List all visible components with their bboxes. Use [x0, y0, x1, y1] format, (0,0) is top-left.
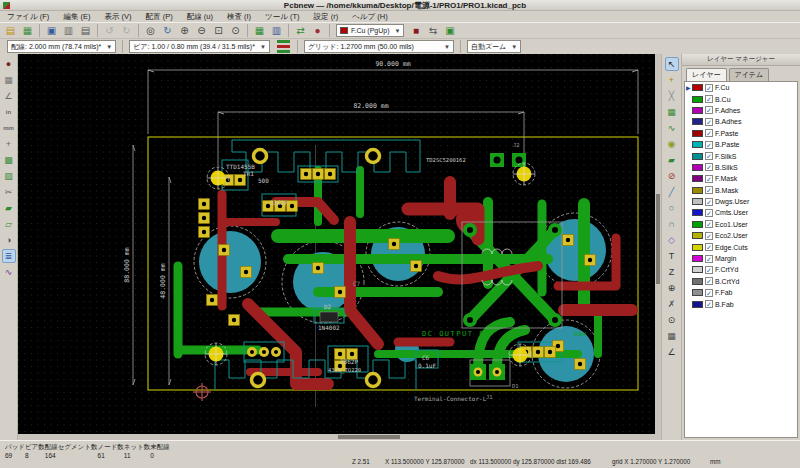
grid-size-dropdown[interactable]: グリッド: 1.2700 mm (50.00 mils) ▼ — [304, 40, 454, 53]
board-setup-icon[interactable]: ▥ — [61, 23, 76, 38]
via-size-dropdown[interactable]: ビア: 1.00 / 0.80 mm (39.4 / 31.5 mils)* ▼ — [129, 40, 270, 53]
add-circle-icon[interactable]: ○ — [665, 201, 679, 215]
layer-color-swatch[interactable] — [692, 130, 703, 137]
layer-color-swatch[interactable] — [692, 164, 703, 171]
add-target-icon[interactable]: ⊕ — [665, 281, 679, 295]
layer-visibility-checkbox[interactable]: ✓ — [705, 106, 713, 114]
menu-item[interactable]: 配置 (P) — [139, 11, 180, 22]
save-board-icon[interactable]: ▣ — [44, 23, 59, 38]
F.Adhes[interactable]: ▶ ✓ F.Adhes — [685, 105, 797, 116]
B.CrtYd[interactable]: ▶ ✓ B.CrtYd — [685, 276, 797, 287]
pcb-canvas[interactable]: 90.000 mm 82.000 mm 88.000 mm 48.000 mm — [18, 54, 655, 434]
footprint-browser-icon[interactable]: ▥ — [269, 23, 284, 38]
tab-layers[interactable]: レイヤー — [686, 68, 727, 81]
layer-color-swatch[interactable] — [692, 187, 703, 194]
tab-items[interactable]: アイテム — [729, 68, 770, 81]
drc-toggle-icon[interactable]: ● — [2, 57, 16, 71]
F.Paste[interactable]: ▶ ✓ F.Paste — [685, 128, 797, 139]
print-icon[interactable]: ▤ — [78, 23, 93, 38]
footprint-editor-icon[interactable]: ▦ — [252, 23, 267, 38]
ratsnest-icon[interactable]: ▩ — [2, 153, 16, 167]
layer-color-swatch[interactable] — [692, 232, 703, 239]
select-tool-icon[interactable]: ↖ — [665, 57, 679, 71]
highlight-net-icon[interactable]: + — [665, 73, 679, 87]
auto-delete-track-icon[interactable]: ✂ — [2, 185, 16, 199]
zoom-out-icon[interactable]: ⊖ — [194, 23, 209, 38]
layer-color-swatch[interactable] — [692, 153, 703, 160]
layer-select-dropdown[interactable]: F.Cu (PgUp) ▼ — [336, 24, 404, 37]
high-contrast-display-icon[interactable]: ■ — [408, 23, 423, 38]
units-inch-icon[interactable]: in — [2, 105, 16, 119]
route-track-icon[interactable]: ∿ — [665, 121, 679, 135]
layer-color-swatch[interactable] — [692, 255, 703, 262]
add-zone-icon[interactable]: ▰ — [665, 153, 679, 167]
delete-tool-icon[interactable]: ✗ — [665, 297, 679, 311]
new-board-icon[interactable]: ▤ — [3, 23, 18, 38]
menu-item[interactable]: 配線 (u) — [180, 11, 220, 22]
menu-item[interactable]: ツール (T) — [258, 11, 307, 22]
menu-item[interactable]: 表示 (V) — [97, 11, 138, 22]
microwave-tools-icon[interactable]: ∿ — [2, 265, 16, 279]
menu-item[interactable]: 検査 (I) — [220, 11, 258, 22]
B.SilkS[interactable]: ▶ ✓ B.SilkS — [685, 162, 797, 173]
add-footprint-icon[interactable]: ▦ — [665, 105, 679, 119]
add-keepout-icon[interactable]: ⊘ — [665, 169, 679, 183]
drill-origin-icon[interactable]: ⊙ — [665, 313, 679, 327]
layer-visibility-checkbox[interactable]: ✓ — [705, 277, 713, 285]
B.Cu[interactable]: ▶ ✓ B.Cu — [685, 93, 797, 104]
redraw-icon[interactable]: ↻ — [160, 23, 175, 38]
layer-visibility-checkbox[interactable]: ✓ — [705, 300, 713, 308]
undo-icon[interactable]: ↺ — [102, 23, 117, 38]
Margin[interactable]: ▶ ✓ Margin — [685, 253, 797, 264]
menu-item[interactable]: 設定 (r) — [307, 11, 346, 22]
F.Fab[interactable]: ▶ ✓ F.Fab — [685, 287, 797, 298]
layer-color-swatch[interactable] — [692, 84, 703, 91]
local-ratsnest-icon[interactable]: ▨ — [2, 169, 16, 183]
scrollbar-thumb[interactable] — [656, 194, 660, 284]
layer-visibility-checkbox[interactable]: ✓ — [705, 175, 713, 183]
cursor-shape-icon[interactable]: + — [2, 137, 16, 151]
high-contrast-icon[interactable]: ◑ — [2, 233, 16, 247]
add-via-icon[interactable]: ◉ — [665, 137, 679, 151]
find-icon[interactable]: ◎ — [143, 23, 158, 38]
layer-visibility-checkbox[interactable]: ✓ — [705, 255, 713, 263]
layer-color-swatch[interactable] — [692, 289, 703, 296]
B.Paste[interactable]: ▶ ✓ B.Paste — [685, 139, 797, 150]
F.CrtYd[interactable]: ▶ ✓ F.CrtYd — [685, 264, 797, 275]
zoom-in-icon[interactable]: ⊕ — [177, 23, 192, 38]
window-titlebar[interactable]: Pcbnew — /home/kkuma/Desktop/電源-1/PRO1/P… — [0, 0, 800, 11]
zoom-fit-icon[interactable]: ⊡ — [211, 23, 226, 38]
units-mm-icon[interactable]: mm — [2, 121, 16, 135]
zoom-select-dropdown[interactable]: 自動ズーム ▼ — [467, 40, 521, 53]
add-text-icon[interactable]: T — [665, 249, 679, 263]
layer-visibility-checkbox[interactable]: ✓ — [705, 129, 713, 137]
layer-visibility-checkbox[interactable]: ✓ — [705, 232, 713, 240]
redo-icon[interactable]: ↻ — [119, 23, 134, 38]
layer-visibility-checkbox[interactable]: ✓ — [705, 118, 713, 126]
open-board-icon[interactable]: ▦ — [20, 23, 35, 38]
layer-color-swatch[interactable] — [692, 118, 703, 125]
Edge.Cuts[interactable]: ▶ ✓ Edge.Cuts — [685, 241, 797, 252]
layer-pair-icon[interactable]: ⇆ — [425, 23, 440, 38]
Dwgs.User[interactable]: ▶ ✓ Dwgs.User — [685, 196, 797, 207]
drc-icon[interactable]: ● — [310, 23, 325, 38]
layer-visibility-checkbox[interactable]: ✓ — [705, 84, 713, 92]
menu-item[interactable]: ヘルプ (H) — [345, 11, 395, 22]
layer-color-swatch[interactable] — [692, 278, 703, 285]
layer-visibility-checkbox[interactable]: ✓ — [705, 95, 713, 103]
B.Fab[interactable]: ▶ ✓ B.Fab — [685, 298, 797, 309]
show-ratsnest-icon[interactable]: ╳ — [665, 89, 679, 103]
scrollbar-thumb[interactable] — [338, 435, 400, 439]
layer-color-swatch[interactable] — [692, 244, 703, 251]
F.Mask[interactable]: ▶ ✓ F.Mask — [685, 173, 797, 184]
menu-item[interactable]: 編集 (E) — [56, 11, 97, 22]
layer-visibility-checkbox[interactable]: ✓ — [705, 198, 713, 206]
layer-color-swatch[interactable] — [692, 266, 703, 273]
3d-viewer-icon[interactable]: ▣ — [442, 23, 457, 38]
layer-color-swatch[interactable] — [692, 141, 703, 148]
layer-color-swatch[interactable] — [692, 96, 703, 103]
layer-visibility-checkbox[interactable]: ✓ — [705, 243, 713, 251]
B.Adhes[interactable]: ▶ ✓ B.Adhes — [685, 116, 797, 127]
zoom-selection-icon[interactable]: ⊙ — [228, 23, 243, 38]
zone-outline-icon[interactable]: ▱ — [2, 217, 16, 231]
